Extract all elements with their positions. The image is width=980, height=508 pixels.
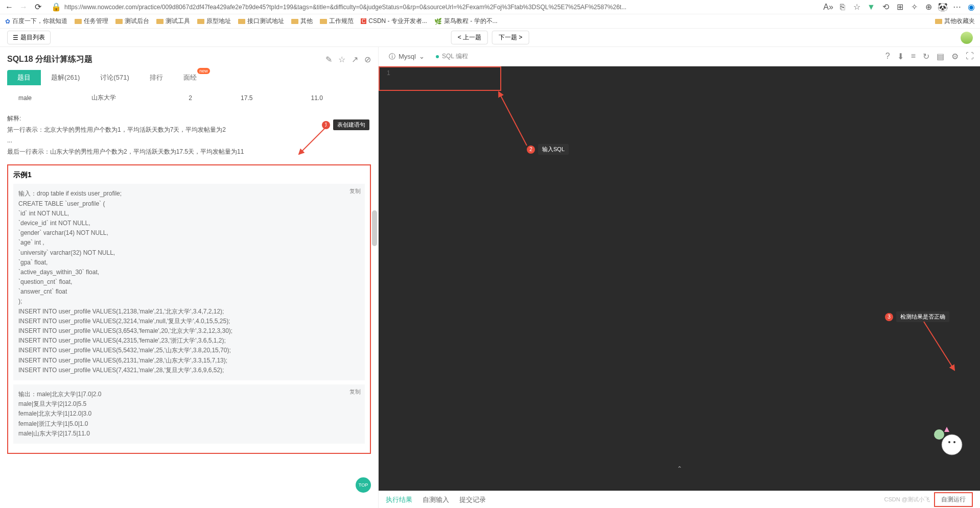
browser-toolbar: ← → ⟳ 🔒 https://www.nowcoder.com/practic… xyxy=(0,0,980,14)
problem-panel: SQL18 分组计算练习题 ✎ ☆ ↗ ⊘ 题目 题解(261) 讨论(571)… xyxy=(0,47,378,508)
tab-question[interactable]: 题目 xyxy=(7,70,41,85)
vue-icon[interactable]: ▼ xyxy=(867,3,876,12)
immersive-icon[interactable]: ⎘ xyxy=(838,3,847,12)
copy-output-button[interactable]: 复制 xyxy=(349,388,361,397)
annotation-3-badge: 3 xyxy=(885,313,893,321)
svg-point-4 xyxy=(942,434,962,455)
bookmark-folder-work[interactable]: 工作规范 xyxy=(320,17,354,26)
chevron-down-icon: ⌄ xyxy=(419,53,425,60)
annotation-1-text: 表创建语句 xyxy=(333,119,369,130)
tab-ranking[interactable]: 排行 xyxy=(139,70,173,85)
example-title: 示例1 xyxy=(13,171,365,180)
star-icon[interactable]: ☆ xyxy=(338,55,345,64)
sync-icon[interactable]: ⟲ xyxy=(881,3,890,12)
favorites-bar-icon[interactable]: ✧ xyxy=(909,3,919,12)
feedback-icon[interactable]: ⊘ xyxy=(364,55,371,64)
explanation: 解释: 第一行表示：北京大学的男性用户个数为1，平均活跃天数为7天，平均发帖量为… xyxy=(7,113,371,157)
bookmarks-bar: ✿百度一下，你就知道 任务管理 测试后台 测试工具 原型地址 接口测试地址 其他… xyxy=(0,14,980,29)
scroll-top-button[interactable]: TOP xyxy=(356,477,371,493)
extensions-icon[interactable]: ⊕ xyxy=(924,3,933,12)
tab-solutions[interactable]: 题解(261) xyxy=(41,70,90,85)
svg-point-3 xyxy=(934,429,944,440)
bookmark-folder-other[interactable]: 其他 xyxy=(291,17,313,26)
bookmark-baidu[interactable]: ✿百度一下，你就知道 xyxy=(5,17,67,26)
url-text: https://www.nowcoder.com/practice/009d80… xyxy=(64,4,626,11)
input-code-block: 复制输入：drop table if exists user_profile; … xyxy=(13,184,365,380)
self-test-button[interactable]: 自测运行 xyxy=(934,492,973,507)
more-icon[interactable]: ⋯ xyxy=(952,3,962,12)
question-list-button[interactable]: ☰题目列表 xyxy=(7,31,51,44)
database-select[interactable]: ⓘMysql⌄ xyxy=(385,50,429,63)
annotation-1-badge: 1 xyxy=(322,121,330,129)
format-icon[interactable]: ≡ xyxy=(911,52,916,61)
tab-submit-history[interactable]: 提交记录 xyxy=(459,495,486,504)
edit-icon[interactable]: ✎ xyxy=(325,55,332,64)
info-icon: ⓘ xyxy=(389,52,395,61)
address-bar[interactable]: 🔒 https://www.nowcoder.com/practice/009d… xyxy=(47,2,820,13)
mascot-decoration xyxy=(929,424,965,460)
settings-icon[interactable]: ⚙ xyxy=(951,52,959,61)
notes-icon[interactable]: ▤ xyxy=(937,52,944,61)
bookmark-folder-test-back[interactable]: 测试后台 xyxy=(115,17,149,26)
browser-actions: A» ⎘ ☆ ▼ ⟲ ⊞ ✧ ⊕ 🐼 ⋯ ◉ xyxy=(824,3,976,12)
editor-panel: ⓘMysql⌄ SQL 编程 ? ⬇ ≡ ↻ ▤ ⚙ ⛶ 1 2 输入SQL xyxy=(378,47,980,508)
result-tabs-bar: 执行结果 自测输入 提交记录 CSDN @测试小飞 自测运行 xyxy=(379,491,980,508)
table-row: male 山东大学 2 17.5 11.0 xyxy=(8,90,370,105)
user-avatar[interactable] xyxy=(961,32,973,44)
svg-point-5 xyxy=(948,441,950,443)
copy-input-button[interactable]: 复制 xyxy=(349,187,361,196)
tab-discuss[interactable]: 讨论(571) xyxy=(90,70,139,85)
lock-icon: 🔒 xyxy=(51,2,61,12)
svg-point-6 xyxy=(953,441,955,443)
panda-icon[interactable]: 🐼 xyxy=(938,3,947,12)
collections-icon[interactable]: ⊞ xyxy=(895,3,904,12)
output-code-block: 复制输出：male|北京大学|1|7.0|2.0 male|复旦大学|2|12.… xyxy=(13,384,365,444)
bookmark-folder-tasks[interactable]: 任务管理 xyxy=(75,17,108,26)
read-aloud-icon[interactable]: A» xyxy=(824,3,833,12)
bookmark-csdn[interactable]: CCSDN - 专业开发者... xyxy=(361,17,427,26)
bookmark-folder-proto[interactable]: 原型地址 xyxy=(197,17,231,26)
editor-highlight-box xyxy=(379,66,501,91)
copilot-icon[interactable]: ◉ xyxy=(967,3,976,12)
annotation-3-text: 检测结果是否正确 xyxy=(896,311,949,322)
next-question-button[interactable]: 下一题 > xyxy=(492,31,529,44)
svg-line-2 xyxy=(924,322,954,370)
sql-editor[interactable]: 1 2 输入SQL 3 检测结果是否正确 ⌃ xyxy=(379,66,980,491)
annotation-2-text: 输入SQL xyxy=(538,144,569,155)
annotation-2-badge: 2 xyxy=(527,146,535,154)
help-icon[interactable]: ? xyxy=(885,52,890,61)
main-content: SQL18 分组计算练习题 ✎ ☆ ↗ ⊘ 题目 题解(261) 讨论(571)… xyxy=(0,47,980,508)
expand-up-button[interactable]: ⌃ xyxy=(672,465,687,472)
bookmark-runoob[interactable]: 🌿菜鸟教程 - 学的不... xyxy=(434,17,498,26)
refresh-button[interactable]: ⟳ xyxy=(33,2,43,12)
sql-mode-label: SQL 编程 xyxy=(436,52,468,61)
fullscreen-icon[interactable]: ⛶ xyxy=(966,52,974,61)
forward-button[interactable]: → xyxy=(18,2,29,12)
prev-question-button[interactable]: < 上一题 xyxy=(451,31,488,44)
tab-self-input[interactable]: 自测输入 xyxy=(423,495,449,504)
tab-run-result[interactable]: 执行结果 xyxy=(386,495,412,504)
tab-interview[interactable]: 面经new xyxy=(173,70,207,85)
bookmark-other-folder[interactable]: 其他收藏夹 xyxy=(935,17,975,26)
example-box: 示例1 复制输入：drop table if exists user_profi… xyxy=(7,164,371,454)
bookmark-folder-api[interactable]: 接口测试地址 xyxy=(238,17,284,26)
editor-header: ⓘMysql⌄ SQL 编程 ? ⬇ ≡ ↻ ▤ ⚙ ⛶ xyxy=(379,47,980,66)
scrollbar-track xyxy=(371,108,378,312)
page-header: ☰题目列表 < 上一题 下一题 > xyxy=(0,29,980,47)
share-icon[interactable]: ↗ xyxy=(352,55,358,64)
reset-icon[interactable]: ↻ xyxy=(923,52,929,61)
sample-table: male 山东大学 2 17.5 11.0 xyxy=(7,89,371,106)
download-icon[interactable]: ⬇ xyxy=(897,52,904,61)
bookmark-folder-test-tool[interactable]: 测试工具 xyxy=(156,17,190,26)
scrollbar-thumb[interactable] xyxy=(372,210,377,246)
question-title: SQL18 分组计算练习题 xyxy=(7,54,92,65)
problem-tabs: 题目 题解(261) 讨论(571) 排行 面经new xyxy=(7,70,371,85)
new-badge: new xyxy=(197,68,210,74)
list-icon: ☰ xyxy=(13,34,18,41)
back-button[interactable]: ← xyxy=(4,2,14,12)
favorite-icon[interactable]: ☆ xyxy=(852,3,861,12)
svg-line-1 xyxy=(499,92,527,146)
watermark-text: CSDN @测试小飞 xyxy=(884,496,930,503)
